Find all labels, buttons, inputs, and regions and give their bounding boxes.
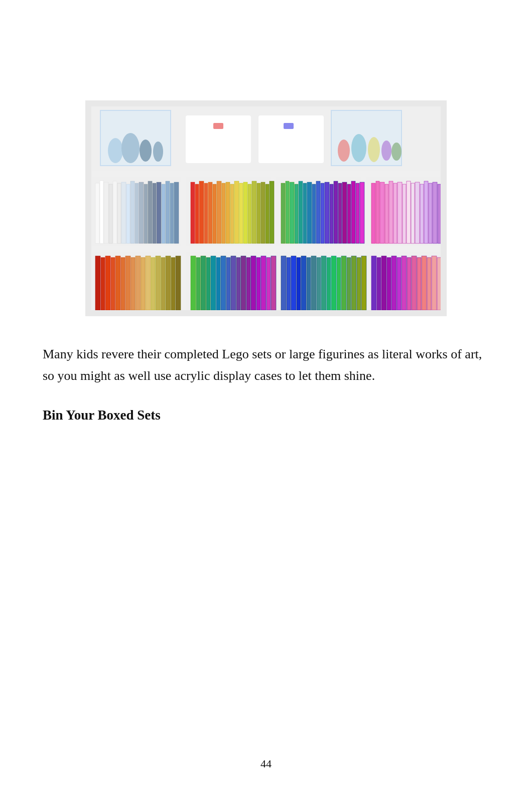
svg-rect-107: [105, 256, 110, 310]
svg-rect-76: [321, 183, 324, 243]
svg-rect-147: [321, 256, 326, 310]
svg-rect-123: [196, 257, 200, 310]
svg-rect-84: [356, 183, 359, 243]
svg-rect-44: [162, 184, 165, 243]
svg-rect-33: [113, 181, 117, 243]
svg-rect-122: [191, 256, 196, 310]
svg-rect-54: [217, 181, 221, 243]
svg-rect-124: [201, 256, 206, 310]
svg-rect-67: [281, 183, 285, 243]
svg-rect-31: [104, 182, 108, 243]
section-heading: Bin Your Boxed Sets: [43, 406, 489, 425]
svg-rect-114: [141, 257, 145, 310]
svg-rect-32: [109, 184, 112, 243]
svg-rect-159: [387, 257, 391, 310]
svg-rect-158: [381, 256, 386, 310]
svg-rect-87: [376, 181, 379, 243]
bookshelf-image-container: [85, 100, 447, 316]
svg-rect-62: [252, 181, 256, 243]
svg-rect-113: [136, 256, 141, 310]
svg-rect-119: [166, 256, 171, 310]
svg-rect-43: [157, 182, 161, 243]
svg-rect-121: [176, 256, 181, 310]
svg-rect-22: [284, 123, 294, 129]
svg-rect-164: [412, 256, 417, 310]
svg-rect-39: [139, 182, 144, 243]
svg-rect-69: [290, 182, 294, 243]
svg-rect-112: [131, 257, 135, 310]
svg-rect-19: [186, 115, 251, 163]
svg-point-27: [381, 141, 391, 161]
svg-rect-128: [221, 256, 226, 310]
svg-rect-60: [243, 182, 247, 243]
svg-rect-59: [239, 183, 243, 243]
svg-rect-8: [181, 177, 186, 246]
svg-rect-38: [135, 183, 139, 243]
svg-rect-96: [415, 182, 420, 243]
svg-rect-118: [161, 257, 165, 310]
svg-rect-168: [432, 256, 437, 310]
svg-rect-155: [361, 256, 366, 310]
svg-rect-57: [230, 184, 234, 243]
svg-rect-127: [216, 257, 220, 310]
svg-rect-138: [271, 256, 276, 310]
svg-rect-90: [389, 181, 393, 243]
svg-rect-98: [424, 181, 428, 243]
svg-rect-40: [144, 184, 148, 243]
svg-rect-144: [307, 257, 311, 310]
svg-rect-63: [257, 183, 260, 243]
svg-rect-120: [171, 257, 175, 310]
page: Many kids revere their completed Lego se…: [0, 0, 532, 798]
svg-rect-94: [407, 181, 411, 243]
svg-rect-49: [195, 184, 199, 243]
svg-rect-165: [417, 257, 421, 310]
svg-rect-83: [351, 181, 355, 243]
svg-rect-116: [151, 257, 155, 310]
svg-rect-108: [111, 257, 115, 310]
svg-rect-50: [199, 181, 204, 243]
svg-rect-46: [170, 183, 174, 243]
svg-rect-176: [85, 100, 447, 106]
svg-rect-20: [213, 123, 223, 129]
page-number: 44: [260, 757, 272, 770]
body-paragraph: Many kids revere their completed Lego se…: [43, 344, 489, 387]
svg-rect-130: [231, 256, 236, 310]
svg-rect-70: [295, 184, 298, 243]
svg-rect-73: [307, 182, 312, 243]
svg-rect-72: [303, 183, 307, 243]
svg-rect-150: [337, 257, 341, 310]
svg-rect-131: [236, 257, 240, 310]
svg-rect-175: [441, 100, 447, 316]
svg-rect-100: [433, 182, 437, 243]
svg-rect-125: [206, 257, 210, 310]
svg-rect-71: [299, 181, 303, 243]
svg-rect-117: [156, 256, 161, 310]
svg-rect-136: [261, 256, 266, 310]
svg-rect-143: [301, 256, 306, 310]
svg-rect-45: [166, 181, 170, 243]
svg-rect-78: [330, 184, 333, 243]
svg-rect-66: [270, 181, 274, 243]
svg-rect-21: [258, 115, 324, 163]
svg-rect-85: [360, 182, 364, 243]
svg-rect-95: [411, 183, 415, 243]
svg-rect-11: [181, 252, 186, 311]
svg-point-26: [368, 137, 380, 162]
svg-rect-51: [204, 183, 208, 243]
svg-rect-141: [291, 256, 296, 310]
svg-rect-142: [297, 257, 301, 310]
svg-rect-115: [146, 256, 151, 310]
svg-rect-56: [226, 182, 230, 243]
svg-rect-80: [338, 183, 342, 243]
svg-rect-37: [130, 181, 135, 243]
svg-rect-99: [429, 183, 432, 243]
svg-rect-47: [174, 182, 179, 243]
svg-rect-149: [331, 256, 336, 310]
svg-rect-163: [407, 257, 411, 310]
svg-rect-153: [351, 256, 356, 310]
svg-rect-109: [115, 256, 120, 310]
svg-point-24: [338, 140, 350, 162]
svg-rect-53: [213, 184, 216, 243]
bookshelf-svg: [85, 100, 447, 316]
svg-rect-154: [357, 257, 361, 310]
